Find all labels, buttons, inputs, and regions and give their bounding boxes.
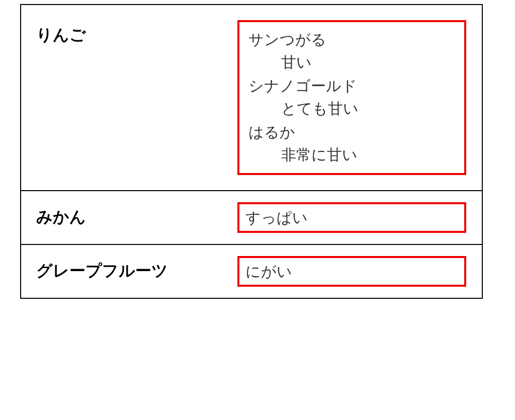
row-label: みかん [36,202,237,228]
row-value-list: サンつがる 甘い シナノゴールド とても甘い はるか 非常に甘い [237,20,466,175]
table-row: グレープフルーツ にがい [21,245,482,298]
variety-name: サンつがる [248,28,455,51]
variety-name: はるか [248,121,455,143]
list-item: シナノゴールド とても甘い [248,74,455,120]
list-item: はるか 非常に甘い [248,121,455,166]
variety-desc: 非常に甘い [248,143,455,166]
row-value: すっぱい [237,202,466,233]
list-item: サンつがる 甘い [248,28,455,73]
row-value: にがい [237,256,466,287]
variety-name: シナノゴールド [248,74,455,97]
row-label: りんご [36,20,237,46]
row-label: グレープフルーツ [36,256,237,282]
fruit-table: りんご サンつがる 甘い シナノゴールド とても甘い はるか 非常に甘い みかん… [20,4,483,299]
variety-desc: とても甘い [248,97,455,120]
table-row: りんご サンつがる 甘い シナノゴールド とても甘い はるか 非常に甘い [21,5,482,191]
table-row: みかん すっぱい [21,191,482,245]
variety-desc: 甘い [248,51,455,73]
